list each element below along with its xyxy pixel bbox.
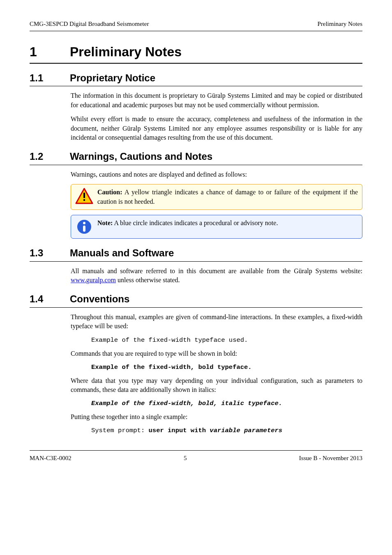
section-1-3-heading: 1.3 Manuals and Software <box>30 246 362 262</box>
section-title: Manuals and Software <box>70 246 174 260</box>
text: All manuals and software referred to in … <box>71 267 362 274</box>
paragraph: Warnings, cautions and notes are display… <box>71 170 362 179</box>
info-circle-icon <box>75 219 93 235</box>
warning-triangle-icon <box>75 188 93 204</box>
header-left: CMG-3ESPCD Digital Broadband Seismometer <box>30 20 149 28</box>
note-callout: Note: A blue circle indicates indicates … <box>71 215 362 239</box>
page-footer: MAN-C3E-0002 5 Issue B - November 2013 <box>30 454 362 463</box>
section-1-1-heading: 1.1 Proprietary Notice <box>30 71 362 87</box>
section-number: 1.2 <box>30 150 55 164</box>
code-variable: variable parameters <box>210 427 282 434</box>
footer-page-number: 5 <box>184 454 187 463</box>
code-example-combined: System prompt: user input with variable … <box>91 426 362 435</box>
chapter-title: Preliminary Notes <box>70 43 182 61</box>
section-title: Proprietary Notice <box>70 71 155 85</box>
section-1-4-heading: 1.4 Conventions <box>30 292 362 308</box>
code-example-bold: Example of the fixed-width, bold typefac… <box>91 363 362 372</box>
section-number: 1.1 <box>30 71 55 85</box>
caution-body: A yellow triangle indicates a chance of … <box>97 189 358 205</box>
note-body: A blue circle indicates indicates a proc… <box>113 219 278 226</box>
code-example-plain: Example of the fixed-width typeface used… <box>91 336 362 345</box>
section-title: Conventions <box>70 292 129 306</box>
caution-text: Caution: A yellow triangle indicates a c… <box>97 188 358 206</box>
section-title: Warnings, Cautions and Notes <box>70 150 212 164</box>
footer-right: Issue B - November 2013 <box>299 454 362 463</box>
paragraph: Whilst every effort is made to ensure th… <box>71 115 362 142</box>
svg-rect-2 <box>83 199 85 201</box>
paragraph: Throughout this manual, examples are giv… <box>71 313 362 331</box>
paragraph: Where data that you type may vary depend… <box>71 376 362 395</box>
paragraph: The information in this document is prop… <box>71 91 362 110</box>
text: unless otherwise stated. <box>116 276 180 283</box>
page-header: CMG-3ESPCD Digital Broadband Seismometer… <box>30 20 362 31</box>
caution-callout: Caution: A yellow triangle indicates a c… <box>71 184 362 210</box>
code-user-input: user input with <box>149 427 210 434</box>
paragraph: All manuals and software referred to in … <box>71 267 362 285</box>
section-number: 1.4 <box>30 292 55 306</box>
footer-left: MAN-C3E-0002 <box>30 454 71 463</box>
guralp-link[interactable]: www.guralp.com <box>71 276 116 283</box>
footer-separator <box>30 450 362 454</box>
chapter-number: 1 <box>30 43 55 61</box>
section-1-2-heading: 1.2 Warnings, Cautions and Notes <box>30 150 362 165</box>
paragraph: Putting these together into a single exa… <box>71 412 362 421</box>
note-label: Note: <box>97 219 113 226</box>
note-text: Note: A blue circle indicates indicates … <box>97 219 358 228</box>
svg-rect-4 <box>83 222 85 224</box>
chapter-heading: 1 Preliminary Notes <box>30 43 362 64</box>
code-example-bold-italic: Example of the fixed-width, bold, italic… <box>91 399 362 408</box>
svg-rect-1 <box>83 193 85 198</box>
section-number: 1.3 <box>30 246 55 260</box>
code-prompt: System prompt: <box>91 427 149 434</box>
svg-rect-5 <box>83 226 85 232</box>
paragraph: Commands that you are required to type w… <box>71 349 362 358</box>
caution-label: Caution: <box>97 189 122 196</box>
header-right: Preliminary Notes <box>317 20 362 28</box>
